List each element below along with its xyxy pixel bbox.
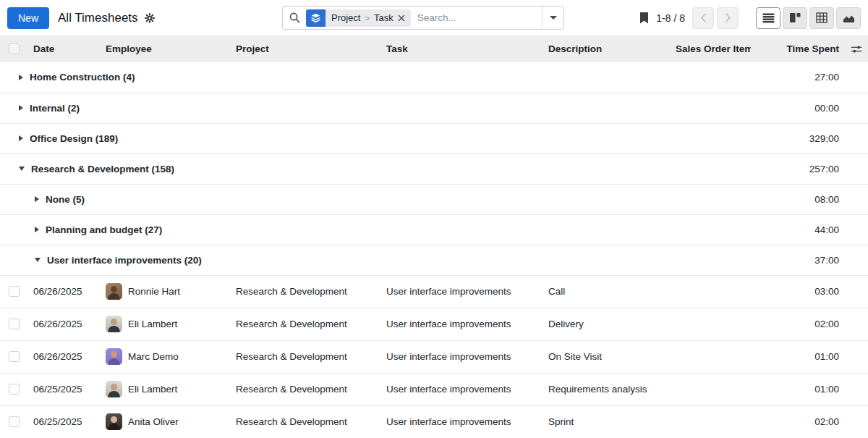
group-time-total: 37:00: [751, 245, 845, 275]
cell-employee: Eli Lambert: [128, 319, 177, 329]
search-dropdown-toggle[interactable]: [542, 7, 563, 29]
group-time-total: 257:00: [751, 153, 845, 184]
cell-project: Research & Development: [230, 373, 380, 405]
group-time-total: 329:00: [751, 123, 845, 153]
avatar: [106, 316, 122, 332]
cell-project: Research & Development: [230, 340, 380, 373]
table-row[interactable]: 06/25/2025 Anita Oliver Research & Devel…: [0, 405, 868, 438]
pager-counter: 1-8 / 8: [656, 12, 685, 24]
cell-description: Requirements analysis: [542, 373, 670, 405]
cell-time-spent: 01:00: [751, 340, 845, 373]
group-label: Planning and budget (27): [46, 224, 162, 235]
cell-time-spent: 01:00: [751, 373, 845, 405]
cell-task: User interface improvements: [380, 340, 542, 373]
cell-description: Delivery: [542, 308, 670, 340]
group-time-total: 44:00: [751, 214, 845, 245]
cell-employee: Marc Demo: [128, 351, 179, 362]
pager-next-button[interactable]: [717, 7, 739, 29]
facet-value-project: Project: [331, 12, 360, 23]
pager-previous-button[interactable]: [692, 7, 714, 29]
cell-project: Research & Development: [230, 308, 380, 340]
pivot-icon: [816, 12, 827, 23]
group-row[interactable]: User interface improvements (20) 37:00: [0, 245, 868, 275]
kanban-view-button[interactable]: [783, 7, 807, 29]
chevron-down-icon: [550, 16, 557, 20]
caret-right-icon: [19, 135, 23, 141]
cell-date: 06/26/2025: [27, 340, 100, 373]
group-label: User interface improvements (20): [47, 255, 202, 266]
control-panel: New All Timesheets: [0, 0, 868, 35]
table-header-row: Date Employee Project Task Description S…: [0, 35, 868, 62]
avatar: [106, 413, 122, 430]
adjust-columns-cell: [845, 35, 868, 62]
row-checkbox[interactable]: [9, 384, 20, 395]
group-label: Home Construction (4): [30, 72, 135, 83]
group-row[interactable]: Research & Development (158) 257:00: [0, 153, 868, 184]
row-checkbox[interactable]: [9, 416, 20, 427]
groupby-facet[interactable]: Project > Task: [306, 9, 411, 27]
cell-sales-order-item: [670, 275, 751, 308]
pivot-view-button[interactable]: [809, 7, 834, 29]
facet-value-task: Task: [374, 12, 393, 23]
cell-time-spent: 02:00: [751, 308, 845, 340]
row-checkbox[interactable]: [9, 351, 20, 362]
breadcrumb: All Timesheets: [58, 11, 156, 25]
caret-right-icon: [35, 196, 39, 202]
avatar: [106, 348, 122, 365]
row-checkbox[interactable]: [9, 319, 20, 329]
group-time-total: 08:00: [751, 184, 845, 214]
list-view-button[interactable]: [756, 7, 780, 29]
cell-time-spent: 03:00: [751, 275, 845, 308]
caret-right-icon: [19, 105, 23, 111]
column-header-sales-order-item[interactable]: Sales Order Item: [670, 35, 751, 62]
cell-date: 06/26/2025: [27, 275, 100, 308]
search-icon: [289, 12, 301, 24]
group-label: Research & Development (158): [31, 164, 174, 174]
sliders-icon[interactable]: [851, 44, 862, 54]
list-icon: [762, 13, 775, 23]
group-row[interactable]: Planning and budget (27) 44:00: [0, 214, 868, 245]
select-all-cell: [0, 35, 27, 62]
search-input[interactable]: [417, 12, 542, 23]
cell-date: 06/25/2025: [27, 373, 100, 405]
group-row[interactable]: None (5) 08:00: [0, 184, 868, 214]
cell-task: User interface improvements: [380, 373, 542, 405]
avatar: [106, 381, 122, 397]
cell-date: 06/26/2025: [27, 308, 100, 340]
facet-close-icon[interactable]: [398, 14, 405, 22]
caret-right-icon: [35, 227, 39, 232]
column-header-task[interactable]: Task: [380, 35, 542, 62]
cell-description: Sprint: [542, 405, 670, 438]
table-row[interactable]: 06/25/2025 Eli Lambert Research & Develo…: [0, 373, 868, 405]
column-header-date[interactable]: Date: [27, 35, 100, 62]
table-row[interactable]: 06/26/2025 Ronnie Hart Research & Develo…: [0, 275, 868, 308]
search-bar[interactable]: Project > Task: [282, 6, 564, 30]
select-all-checkbox[interactable]: [9, 43, 20, 54]
column-header-time-spent[interactable]: Time Spent: [751, 35, 845, 62]
column-header-employee[interactable]: Employee: [100, 35, 230, 62]
page-title: All Timesheets: [58, 11, 138, 25]
cell-sales-order-item: [670, 308, 751, 340]
gear-icon[interactable]: [144, 12, 156, 24]
group-row[interactable]: Internal (2) 00:00: [0, 93, 868, 123]
table-row[interactable]: 06/26/2025 Marc Demo Research & Developm…: [0, 340, 868, 373]
cell-description: On Site Visit: [542, 340, 670, 373]
group-row[interactable]: Office Design (189) 329:00: [0, 123, 868, 153]
column-header-description[interactable]: Description: [542, 35, 670, 62]
view-switcher: [756, 7, 861, 29]
cell-description: Call: [542, 275, 670, 308]
cell-project: Research & Development: [230, 275, 380, 308]
new-button[interactable]: New: [7, 7, 49, 29]
cell-employee: Eli Lambert: [128, 384, 177, 395]
cell-sales-order-item: [670, 340, 751, 373]
graph-view-button[interactable]: [836, 7, 861, 29]
group-row[interactable]: Home Construction (4) 27:00: [0, 62, 868, 93]
table-row[interactable]: 06/26/2025 Eli Lambert Research & Develo…: [0, 308, 868, 340]
column-header-project[interactable]: Project: [230, 35, 380, 62]
cell-employee: Anita Oliver: [128, 416, 179, 427]
bookmark-icon[interactable]: [639, 12, 649, 24]
layers-icon: [306, 9, 326, 27]
caret-down-icon: [19, 167, 25, 171]
row-checkbox[interactable]: [9, 286, 20, 297]
caret-right-icon: [19, 75, 23, 80]
